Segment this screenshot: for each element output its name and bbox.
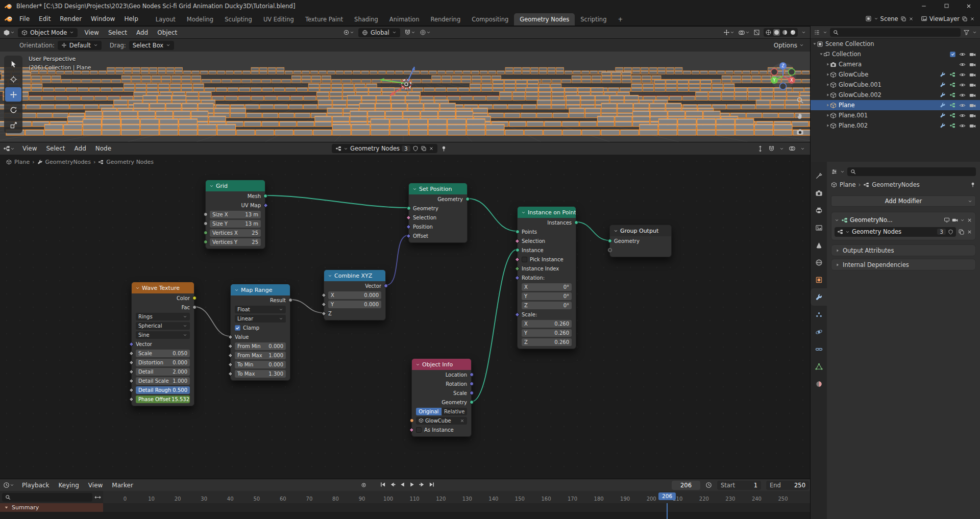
properties-tab-scene[interactable] <box>811 236 827 254</box>
outliner-row-glowcube-002[interactable]: GlowCube.002 <box>811 90 980 100</box>
properties-tab-object-data[interactable] <box>811 358 827 375</box>
render-visibility-icon[interactable] <box>969 122 976 129</box>
properties-tab-world[interactable] <box>811 254 827 271</box>
summary-track[interactable] <box>103 503 810 512</box>
wrench-icon[interactable] <box>940 102 946 108</box>
timeline-search-input[interactable] <box>2 493 92 502</box>
breadcrumb-modifier[interactable]: GeometryNodes <box>45 159 91 165</box>
nodetree-icon[interactable] <box>949 71 955 78</box>
remove-viewlayer-icon[interactable] <box>970 16 975 21</box>
unlink-node-group-icon[interactable] <box>967 229 972 235</box>
outliner-row-plane[interactable]: Plane <box>811 100 980 110</box>
viewport-menu-object[interactable]: Object <box>153 27 182 38</box>
timeline-menu-keying[interactable]: Keying <box>54 479 84 491</box>
new-node-group-icon[interactable] <box>958 229 965 235</box>
menu-edit[interactable]: Edit <box>34 12 55 26</box>
unlink-scene-icon[interactable] <box>909 16 914 21</box>
expand-icon[interactable] <box>826 103 830 107</box>
properties-tab-object[interactable] <box>811 271 827 288</box>
node-objinfo[interactable]: Object InfoLocationRotationScaleGeometry… <box>411 358 472 437</box>
outliner-search-input[interactable] <box>830 28 961 37</box>
node-maprange[interactable]: Map RangeResultFloatLinearClampValueFrom… <box>230 284 290 381</box>
shading-material-icon[interactable] <box>781 29 788 36</box>
playhead-line[interactable] <box>667 503 668 519</box>
workspace-tab-layout[interactable]: Layout <box>150 13 181 26</box>
nodetree-icon[interactable] <box>949 122 955 129</box>
workspace-tab-shading[interactable]: Shading <box>349 13 384 26</box>
workspace-add-button[interactable]: + <box>612 13 628 26</box>
wrench-icon[interactable] <box>940 82 946 88</box>
snap-toggle[interactable] <box>404 29 415 36</box>
expand-icon[interactable] <box>826 72 830 77</box>
transport-jump-start-button[interactable] <box>380 481 386 489</box>
node-header[interactable]: Group Output <box>610 225 671 236</box>
wrench-icon[interactable] <box>940 92 946 98</box>
node-gout[interactable]: Group OutputGeometry <box>609 225 672 257</box>
checkbox-pick-instance[interactable] <box>522 257 527 262</box>
outliner-row-scene-collection[interactable]: Scene Collection <box>811 39 980 49</box>
field-z[interactable]: Z0.260 <box>522 338 572 346</box>
field-size-y[interactable]: Size Y13 m <box>210 220 261 228</box>
dropdown-sine[interactable]: Sine <box>136 331 190 339</box>
chevron-down-icon[interactable] <box>972 30 977 35</box>
float-socket[interactable] <box>288 298 292 302</box>
float-socket[interactable] <box>204 221 208 226</box>
orientation-selector[interactable]: Global <box>358 28 400 37</box>
field-vertices-x[interactable]: Vertices X25 <box>210 229 261 237</box>
transport-play-reverse-button[interactable] <box>399 481 406 489</box>
field-from-max[interactable]: From Max1.000 <box>235 352 286 359</box>
render-visibility-icon[interactable] <box>969 82 976 88</box>
wrench-icon[interactable] <box>940 71 946 78</box>
use-preview-range-icon[interactable] <box>705 482 712 488</box>
tool-move-button[interactable] <box>5 87 21 102</box>
node-header[interactable]: Map Range <box>231 284 290 295</box>
geometry-socket[interactable] <box>407 206 411 210</box>
outliner-row-collection[interactable]: Collection <box>811 49 980 59</box>
expand-icon[interactable] <box>826 123 830 128</box>
node-menu-add[interactable]: Add <box>70 142 91 155</box>
properties-tab-material[interactable] <box>811 375 827 392</box>
hide-visibility-icon[interactable] <box>959 82 966 88</box>
render-visibility-icon[interactable] <box>969 112 976 119</box>
field-detail[interactable]: Detail2.000 <box>136 368 190 376</box>
nodetree-icon[interactable] <box>949 102 955 108</box>
node-iop[interactable]: Instance on PointsInstancesPointsSelecti… <box>517 206 576 349</box>
snap-icon[interactable] <box>768 145 775 152</box>
workspace-tab-rendering[interactable]: Rendering <box>425 13 466 26</box>
hide-visibility-icon[interactable] <box>959 51 966 58</box>
properties-tab-particles[interactable] <box>811 306 827 323</box>
segment-original[interactable]: Original <box>416 408 442 415</box>
geometry-socket[interactable] <box>465 197 470 201</box>
float-socket[interactable] <box>192 305 197 309</box>
workspace-tab-uv-editing[interactable]: UV Editing <box>258 13 300 26</box>
field-detail-rough[interactable]: Detail Rough0.500 <box>136 386 190 394</box>
viewlayer-selector[interactable]: ViewLayer <box>921 15 975 22</box>
delete-modifier-icon[interactable] <box>967 217 972 223</box>
vector-socket[interactable] <box>470 373 474 377</box>
viewport-menu-add[interactable]: Add <box>132 27 153 38</box>
properties-tab-output[interactable] <box>811 202 827 219</box>
timeline-menu-playback[interactable]: Playback <box>17 479 54 491</box>
node-menu-node[interactable]: Node <box>91 142 116 155</box>
hide-visibility-icon[interactable] <box>959 92 966 98</box>
expand-icon[interactable] <box>826 93 830 97</box>
orientation-setting-dropdown[interactable]: Default <box>58 41 102 50</box>
shading-solid-icon[interactable] <box>773 29 780 36</box>
properties-tab-render[interactable] <box>811 184 827 202</box>
properties-tab-constraints[interactable] <box>811 340 827 358</box>
outliner-row-plane-002[interactable]: Plane.002 <box>811 120 980 131</box>
geometry-socket[interactable] <box>608 239 612 243</box>
workspace-tab-modeling[interactable]: Modeling <box>181 13 219 26</box>
viewport-menu-select[interactable]: Select <box>104 27 132 38</box>
menu-file[interactable]: File <box>15 12 34 26</box>
vector-socket[interactable] <box>470 391 474 395</box>
geometry-socket[interactable] <box>574 220 578 225</box>
filter-icon[interactable] <box>963 29 970 36</box>
fake-user-icon[interactable] <box>948 229 953 235</box>
render-visibility-icon[interactable] <box>969 51 976 58</box>
checkbox-as-instance[interactable] <box>416 427 422 433</box>
expand-icon[interactable] <box>826 113 830 117</box>
editor-type-icon[interactable] <box>831 168 838 175</box>
menu-render[interactable]: Render <box>55 12 86 26</box>
render-visibility-icon[interactable] <box>969 61 976 68</box>
